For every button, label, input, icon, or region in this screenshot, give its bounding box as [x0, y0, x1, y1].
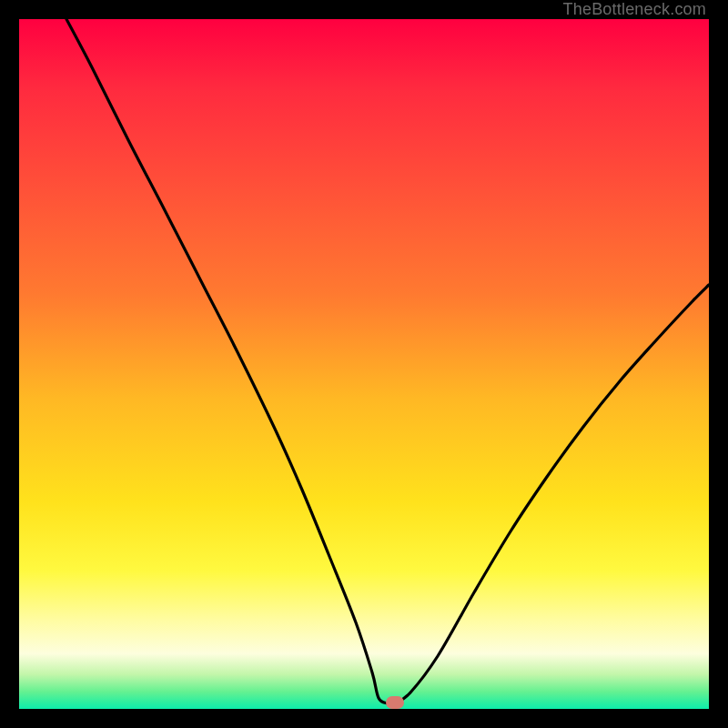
plot-area: [19, 19, 709, 709]
bottleneck-curve: [66, 19, 709, 704]
minimum-marker: [386, 696, 404, 709]
curve-svg: [19, 19, 709, 709]
watermark-text: TheBottleneck.com: [563, 0, 706, 19]
